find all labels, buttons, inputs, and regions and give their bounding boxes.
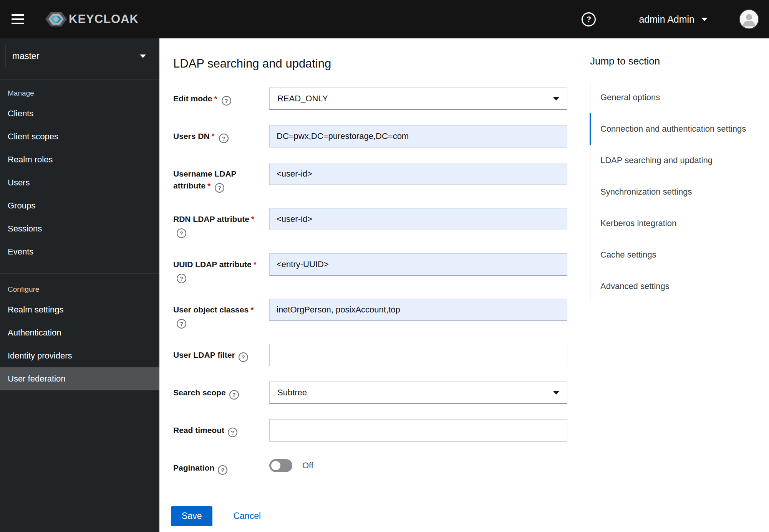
jump-item-general-options[interactable]: General options (590, 82, 754, 113)
jump-item-kerberos[interactable]: Kerberos integration (590, 208, 754, 239)
help-icon[interactable] (177, 319, 186, 329)
pagination-toggle[interactable] (269, 459, 292, 472)
jump-list: General options Connection and authentic… (590, 82, 754, 302)
nav-toggle-button[interactable] (8, 10, 28, 28)
form-area: LDAP searching and updating Edit mode* R… (159, 38, 590, 500)
main-content: LDAP searching and updating Edit mode* R… (159, 38, 769, 532)
jump-item-synchronization[interactable]: Synchronization settings (590, 176, 754, 208)
sidebar-item-clients[interactable]: Clients (0, 102, 159, 125)
field-label-group: Pagination (173, 457, 269, 475)
field-label-group: UUID LDAP attribute* (173, 253, 269, 283)
required-asterisk: * (207, 181, 210, 190)
help-icon[interactable] (215, 183, 224, 193)
jump-item-advanced[interactable]: Advanced settings (590, 271, 754, 302)
sidebar-item-realm-roles[interactable]: Realm roles (0, 148, 159, 171)
sidebar-item-user-federation[interactable]: User federation (0, 367, 159, 390)
chevron-down-icon (140, 55, 146, 58)
toggle-knob (271, 461, 280, 470)
field-label: Pagination (173, 463, 214, 472)
chevron-down-icon (553, 391, 559, 395)
sidebar-item-events[interactable]: Events (0, 240, 159, 263)
sidebar-item-users[interactable]: Users (0, 171, 159, 194)
username-ldap-attribute-input[interactable] (269, 163, 567, 185)
sidebar-item-client-scopes[interactable]: Client scopes (0, 125, 159, 148)
uuid-ldap-attribute-input[interactable] (269, 253, 567, 276)
field-label: Users DN (173, 132, 210, 140)
help-icon[interactable] (219, 134, 229, 143)
jump-item-cache[interactable]: Cache settings (590, 239, 754, 271)
field-row-search-scope: Search scope Subtree (173, 382, 590, 404)
user-menu[interactable]: admin Admin (639, 14, 708, 25)
jump-item-ldap-searching[interactable]: LDAP searching and updating (590, 145, 754, 176)
help-icon[interactable] (228, 428, 237, 437)
save-button[interactable]: Save (171, 506, 212, 526)
keycloak-logo-icon (45, 12, 67, 27)
user-ldap-filter-input[interactable] (269, 344, 567, 366)
user-name: admin Admin (639, 14, 694, 25)
cancel-button[interactable]: Cancel (233, 511, 261, 521)
field-row-read-timeout: Read timeout (173, 419, 590, 441)
select-value: READ_ONLY (277, 94, 328, 104)
keycloak-logo[interactable]: KEYCLOAK (45, 12, 139, 27)
users-dn-input[interactable] (269, 125, 567, 147)
help-icon[interactable] (229, 390, 239, 400)
field-label-group: User LDAP filter (173, 344, 269, 366)
chevron-down-icon (553, 97, 559, 101)
field-label-group: Read timeout (173, 419, 269, 441)
field-row-user-ldap-filter: User LDAP filter (173, 344, 590, 366)
nav-section-label-manage: Manage (0, 84, 159, 102)
select-value: Subtree (277, 388, 307, 398)
search-scope-select[interactable]: Subtree (269, 382, 567, 404)
help-icon[interactable] (239, 352, 248, 362)
help-icon[interactable] (177, 228, 186, 238)
field-label-group: User object classes* (173, 299, 269, 329)
rdn-ldap-attribute-input[interactable] (269, 208, 567, 230)
required-asterisk: * (214, 94, 217, 103)
field-row-pagination: Pagination Off (173, 457, 590, 475)
edit-mode-select[interactable]: READ_ONLY (269, 88, 567, 110)
realm-selector[interactable]: master (5, 45, 153, 67)
sidebar-item-groups[interactable]: Groups (0, 194, 159, 217)
page-title: LDAP searching and updating (173, 57, 590, 71)
help-icon[interactable] (218, 465, 227, 475)
field-row-uuid-ldap-attribute: UUID LDAP attribute* (173, 253, 590, 283)
avatar[interactable] (739, 9, 759, 29)
jump-item-connection-authentication[interactable]: Connection and authentication settings (590, 113, 754, 145)
nav-section-manage: Manage Clients Client scopes Realm roles… (0, 79, 159, 263)
help-icon[interactable] (582, 12, 596, 26)
help-icon[interactable] (177, 274, 186, 283)
field-label-group: Edit mode* (173, 88, 269, 110)
sidebar-item-authentication[interactable]: Authentication (0, 321, 159, 344)
field-label: Edit mode (173, 94, 212, 103)
field-label: RDN LDAP attribute (173, 215, 249, 223)
ldap-settings-form: Edit mode* READ_ONLY Users DN* (173, 88, 590, 475)
required-asterisk: * (254, 260, 257, 269)
field-row-username-ldap-attribute: Username LDAP attribute* (173, 163, 590, 193)
chevron-down-icon (701, 18, 708, 21)
read-timeout-input[interactable] (269, 419, 567, 441)
sidebar-item-identity-providers[interactable]: Identity providers (0, 344, 159, 367)
sidebar-item-sessions[interactable]: Sessions (0, 217, 159, 240)
toggle-state-label: Off (302, 461, 313, 471)
field-label: User object classes (173, 305, 249, 314)
required-asterisk: * (212, 132, 215, 140)
help-icon[interactable] (222, 96, 231, 106)
brand-text: KEYCLOAK (69, 12, 139, 26)
required-asterisk: * (251, 215, 254, 223)
field-label: Username LDAP attribute (173, 169, 236, 190)
field-row-edit-mode: Edit mode* READ_ONLY (173, 88, 590, 110)
form-actions: Save Cancel (159, 500, 769, 532)
field-label: Read timeout (173, 426, 224, 435)
sidebar-item-realm-settings[interactable]: Realm settings (0, 298, 159, 321)
required-asterisk: * (250, 305, 254, 314)
field-label: User LDAP filter (173, 350, 235, 359)
field-row-rdn-ldap-attribute: RDN LDAP attribute* (173, 208, 590, 238)
field-label: Search scope (173, 388, 226, 397)
jump-title: Jump to section (590, 55, 754, 67)
masthead: KEYCLOAK admin Admin (0, 0, 769, 38)
nav-section-label-configure: Configure (0, 280, 159, 298)
field-row-user-object-classes: User object classes* (173, 299, 590, 329)
field-label-group: Username LDAP attribute* (173, 163, 269, 193)
user-object-classes-input[interactable] (269, 299, 567, 321)
field-label: UUID LDAP attribute (173, 260, 252, 269)
